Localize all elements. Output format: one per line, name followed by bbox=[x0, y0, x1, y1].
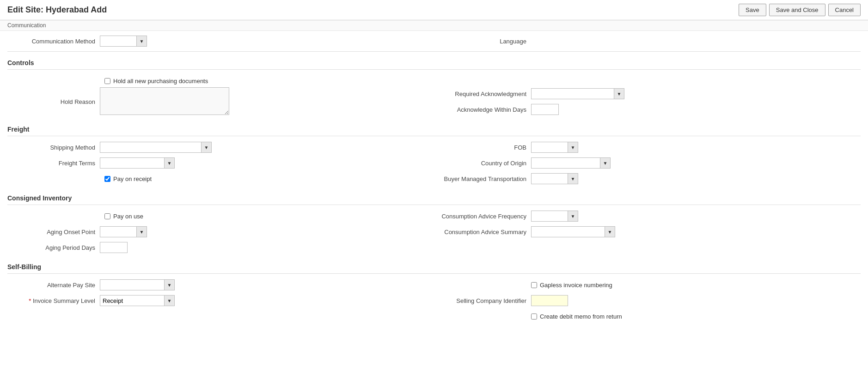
consigned-section: Consigned Inventory Pay on use Aging Ons… bbox=[7, 190, 861, 254]
fob-input[interactable] bbox=[531, 142, 568, 153]
self-billing-section: Self-Billing Alternate Pay Site ▼ Invoic… bbox=[7, 259, 861, 323]
gapless-control: Gapless invoice numbering bbox=[531, 282, 861, 289]
consumption-summary-label: Consumption Advice Summary bbox=[439, 229, 531, 235]
alt-pay-site-input[interactable] bbox=[100, 279, 165, 290]
pay-on-use-label[interactable]: Pay on use bbox=[104, 213, 143, 220]
self-billing-left-col: Alternate Pay Site ▼ Invoice Summary Lev… bbox=[7, 278, 429, 323]
pay-on-receipt-label[interactable]: Pay on receipt bbox=[104, 175, 152, 182]
buyer-managed-row: Buyer Managed Transportation ▼ bbox=[439, 172, 861, 185]
controls-title: Controls bbox=[7, 54, 861, 70]
breadcrumb-label: Communication bbox=[7, 22, 46, 29]
pay-on-receipt-checkbox[interactable] bbox=[104, 176, 110, 182]
alt-pay-site-label: Alternate Pay Site bbox=[7, 282, 100, 289]
country-origin-dropdown-btn[interactable]: ▼ bbox=[600, 157, 611, 169]
country-origin-label: Country of Origin bbox=[439, 160, 531, 167]
ack-within-input[interactable] bbox=[531, 104, 559, 115]
fob-row: FOB ▼ bbox=[439, 141, 861, 154]
communication-method-dropdown-btn[interactable]: ▼ bbox=[137, 36, 147, 47]
consumption-freq-control: ▼ bbox=[531, 211, 861, 222]
language-row: Language bbox=[439, 35, 861, 48]
freight-section: Freight Shipping Method ▼ Freight Terms bbox=[7, 121, 861, 185]
communication-method-control: ▼ bbox=[100, 36, 429, 47]
create-debit-label[interactable]: Create debit memo from return bbox=[531, 313, 861, 320]
controls-grid: Hold Reason Required Acknowledgment ▼ bbox=[7, 87, 861, 116]
cancel-button[interactable]: Cancel bbox=[828, 4, 861, 16]
gapless-label[interactable]: Gapless invoice numbering bbox=[531, 282, 861, 289]
pay-on-receipt-row: Pay on receipt bbox=[7, 172, 429, 185]
content-area: Communication Method ▼ Language Controls… bbox=[0, 31, 868, 337]
gapless-checkbox[interactable] bbox=[531, 282, 537, 288]
create-debit-row: Create debit memo from return bbox=[439, 310, 861, 323]
consigned-left-col: Pay on use Aging Onset Point ▼ Aging Per… bbox=[7, 210, 429, 254]
save-close-button[interactable]: Save and Close bbox=[769, 4, 825, 16]
invoice-summary-input[interactable] bbox=[100, 295, 165, 306]
freight-terms-dropdown-btn[interactable]: ▼ bbox=[165, 157, 175, 169]
alt-pay-site-dropdown-btn[interactable]: ▼ bbox=[165, 279, 175, 290]
aging-period-label: Aging Period Days bbox=[7, 244, 100, 251]
freight-terms-row: Freight Terms ▼ bbox=[7, 157, 429, 169]
aging-period-row: Aging Period Days bbox=[7, 241, 429, 254]
language-label: Language bbox=[439, 38, 531, 45]
freight-left-col: Shipping Method ▼ Freight Terms ▼ bbox=[7, 141, 429, 185]
buyer-managed-input[interactable] bbox=[531, 173, 568, 184]
consumption-summary-dropdown-btn[interactable]: ▼ bbox=[605, 226, 615, 237]
aging-period-input[interactable] bbox=[100, 242, 128, 253]
save-button[interactable]: Save bbox=[739, 4, 766, 16]
shipping-method-dropdown-btn[interactable]: ▼ bbox=[202, 142, 212, 153]
self-billing-grid: Alternate Pay Site ▼ Invoice Summary Lev… bbox=[7, 278, 861, 323]
aging-onset-dropdown-btn[interactable]: ▼ bbox=[137, 226, 147, 237]
invoice-summary-dropdown-btn[interactable]: ▼ bbox=[165, 295, 175, 306]
required-ack-input[interactable] bbox=[531, 88, 614, 99]
freight-terms-control: ▼ bbox=[100, 157, 429, 169]
country-origin-input[interactable] bbox=[531, 157, 600, 169]
page-title: Edit Site: Hyderabad Add bbox=[7, 5, 107, 15]
shipping-method-label: Shipping Method bbox=[7, 144, 100, 151]
required-ack-control: ▼ bbox=[531, 88, 861, 99]
fob-dropdown-btn[interactable]: ▼ bbox=[568, 142, 578, 153]
freight-right-col: FOB ▼ Country of Origin ▼ bbox=[439, 141, 861, 185]
aging-onset-row: Aging Onset Point ▼ bbox=[7, 225, 429, 238]
consumption-freq-row: Consumption Advice Frequency ▼ bbox=[439, 210, 861, 223]
selling-company-label: Selling Company Identifier bbox=[439, 297, 531, 304]
page-header: Edit Site: Hyderabad Add Save Save and C… bbox=[0, 0, 868, 20]
hold-all-label[interactable]: Hold all new purchasing documents bbox=[104, 78, 208, 84]
consumption-freq-input[interactable] bbox=[531, 211, 568, 222]
shipping-method-input[interactable] bbox=[100, 142, 202, 153]
pay-on-use-row: Pay on use bbox=[7, 210, 429, 223]
alt-pay-site-row: Alternate Pay Site ▼ bbox=[7, 278, 429, 291]
freight-grid: Shipping Method ▼ Freight Terms ▼ bbox=[7, 141, 861, 185]
communication-method-input[interactable] bbox=[100, 36, 137, 47]
communication-method-row: Communication Method ▼ bbox=[7, 35, 429, 48]
hold-reason-label: Hold Reason bbox=[7, 98, 100, 105]
hold-reason-textarea[interactable] bbox=[100, 87, 229, 115]
aging-period-control bbox=[100, 242, 429, 253]
controls-section: Controls Hold all new purchasing documen… bbox=[7, 54, 861, 116]
pay-on-use-checkbox[interactable] bbox=[104, 213, 110, 219]
gapless-row: Gapless invoice numbering bbox=[439, 278, 861, 291]
consigned-grid: Pay on use Aging Onset Point ▼ Aging Per… bbox=[7, 210, 861, 254]
fob-control: ▼ bbox=[531, 142, 861, 153]
aging-onset-control: ▼ bbox=[100, 226, 429, 237]
buyer-managed-dropdown-btn[interactable]: ▼ bbox=[568, 173, 578, 184]
required-ack-dropdown-btn[interactable]: ▼ bbox=[614, 88, 624, 99]
hold-all-checkbox[interactable] bbox=[104, 78, 110, 84]
country-origin-control: ▼ bbox=[531, 157, 861, 169]
consumption-summary-input[interactable] bbox=[531, 226, 605, 237]
controls-right-col: Required Acknowledgment ▼ Acknowledge Wi… bbox=[439, 87, 861, 116]
header-buttons: Save Save and Close Cancel bbox=[739, 4, 861, 16]
selling-company-input[interactable] bbox=[531, 295, 568, 306]
invoice-summary-label: Invoice Summary Level bbox=[7, 297, 100, 304]
create-debit-control: Create debit memo from return bbox=[531, 313, 861, 320]
required-ack-label: Required Acknowledgment bbox=[439, 90, 531, 97]
consumption-freq-dropdown-btn[interactable]: ▼ bbox=[568, 211, 578, 222]
hold-reason-row: Hold Reason bbox=[7, 87, 429, 116]
shipping-method-control: ▼ bbox=[100, 142, 429, 153]
create-debit-checkbox[interactable] bbox=[531, 314, 537, 320]
hold-reason-control bbox=[100, 87, 429, 116]
freight-terms-input[interactable] bbox=[100, 157, 165, 169]
aging-onset-input[interactable] bbox=[100, 226, 137, 237]
selling-company-row: Selling Company Identifier bbox=[439, 294, 861, 307]
alt-pay-site-control: ▼ bbox=[100, 279, 429, 290]
selling-company-control bbox=[531, 295, 861, 306]
ack-within-row: Acknowledge Within Days bbox=[439, 103, 861, 116]
